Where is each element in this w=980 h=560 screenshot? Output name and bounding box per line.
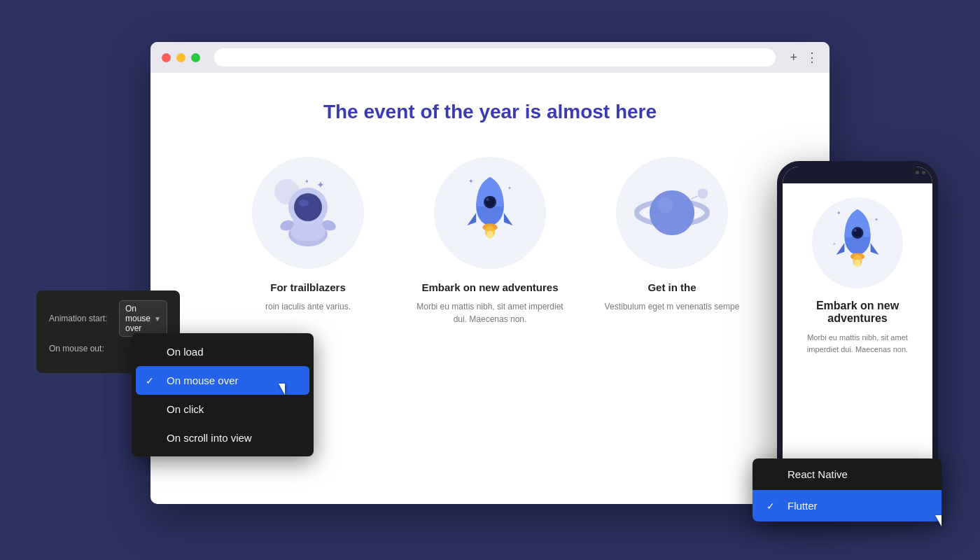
svg-line-26 bbox=[692, 196, 698, 199]
browser-titlebar: + ⋮ bbox=[150, 42, 830, 73]
check-icon-selected: ✓ bbox=[146, 375, 158, 386]
card-text-adventures: Morbi eu mattis nibh, sit amet imperdiet… bbox=[413, 300, 567, 326]
phone-check-icon-selected: ✓ bbox=[766, 500, 779, 512]
new-tab-button[interactable]: + bbox=[790, 51, 797, 64]
svg-text:✦: ✦ bbox=[468, 178, 474, 185]
card-title-planet: Get in the bbox=[648, 281, 696, 293]
svg-point-23 bbox=[650, 190, 694, 235]
page-headline: The event of the year is almost here bbox=[192, 101, 788, 123]
svg-text:✦: ✦ bbox=[832, 241, 836, 246]
card-illustration-rocket: ✦ ✦ · · bbox=[434, 157, 546, 269]
phone-rocket-illustration: ✦ ✦ · ✦ bbox=[812, 197, 903, 288]
svg-point-24 bbox=[658, 197, 673, 213]
svg-text:✦: ✦ bbox=[316, 179, 325, 190]
svg-text:✦: ✦ bbox=[836, 209, 841, 216]
minimize-dot[interactable] bbox=[176, 53, 186, 62]
svg-point-21 bbox=[487, 230, 493, 239]
svg-text:✦: ✦ bbox=[507, 185, 512, 191]
dropdown-item-on-click[interactable]: On click bbox=[132, 395, 314, 424]
dropdown-label-on-mouse-over: On mouse over bbox=[167, 374, 239, 386]
dropdown-item-on-load[interactable]: On load bbox=[132, 337, 314, 366]
animation-start-select[interactable]: On mouse over ▼ bbox=[119, 300, 167, 337]
card-illustration-planet bbox=[616, 157, 728, 269]
phone-notch bbox=[836, 167, 878, 176]
svg-point-7 bbox=[294, 193, 322, 221]
card-text-planet: Vestibulum eget m venenatis sempe bbox=[605, 300, 740, 313]
dropdown-label-on-load: On load bbox=[167, 346, 204, 358]
svg-point-37 bbox=[855, 260, 860, 268]
svg-text:·: · bbox=[463, 206, 465, 211]
svg-text:·: · bbox=[514, 202, 515, 208]
phone-content: ✦ ✦ · ✦ Embark on new adventures Morbi e… bbox=[783, 183, 932, 498]
more-options-button[interactable]: ⋮ bbox=[806, 51, 818, 64]
animation-start-label: Animation start: bbox=[49, 314, 112, 323]
card-title-adventures: Embark on new adventures bbox=[421, 281, 558, 293]
card-text-trailblazers: roin iaculis ante varius. bbox=[265, 300, 351, 313]
phone-dropdown-item-flutter[interactable]: ✓ Flutter bbox=[752, 490, 941, 522]
svg-point-25 bbox=[698, 188, 708, 199]
svg-point-34 bbox=[854, 229, 857, 232]
phone-dropdown-label-flutter: Flutter bbox=[788, 500, 818, 512]
phone-status-dot-2 bbox=[922, 171, 925, 174]
phone-dropdown-menu[interactable]: React Native ✓ Flutter bbox=[752, 458, 941, 522]
browser-actions: + ⋮ bbox=[790, 51, 818, 64]
phone-status-dots bbox=[916, 171, 925, 174]
phone-dropdown-item-react-native[interactable]: React Native bbox=[752, 458, 941, 490]
animation-dropdown-menu[interactable]: On load ✓ On mouse over On click On scro… bbox=[132, 333, 314, 456]
phone-card-title: Embark on new adventures bbox=[794, 300, 921, 325]
card-planet: Get in the Vestibulum eget m venenatis s… bbox=[595, 157, 749, 326]
svg-point-8 bbox=[299, 200, 309, 206]
phone-dropdown-label-react-native: React Native bbox=[788, 468, 848, 480]
dropdown-label-on-scroll: On scroll into view bbox=[167, 432, 252, 444]
select-arrow-icon: ▼ bbox=[154, 315, 161, 323]
dropdown-item-on-mouse-over[interactable]: ✓ On mouse over bbox=[136, 366, 309, 395]
phone-notch-bar bbox=[783, 167, 932, 183]
phone-card-text: Morbi eu mattis nibh, sit amet imperdiet… bbox=[794, 332, 921, 355]
cards-row: ✦ ✦ For trailblaz bbox=[192, 157, 788, 326]
close-dot[interactable] bbox=[162, 53, 171, 62]
card-rocket: ✦ ✦ · · bbox=[413, 157, 567, 326]
dropdown-label-on-click: On click bbox=[167, 403, 204, 415]
svg-text:✦: ✦ bbox=[304, 178, 309, 185]
animation-start-value: On mouse over bbox=[125, 304, 154, 333]
card-astronaut: ✦ ✦ For trailblaz bbox=[231, 157, 385, 326]
mouse-out-label: On mouse out: bbox=[49, 344, 112, 354]
phone-status-dot-1 bbox=[916, 171, 919, 174]
card-title-trailblazers: For trailblazers bbox=[270, 281, 346, 293]
card-illustration-astronaut: ✦ ✦ bbox=[252, 157, 364, 269]
animation-start-row: Animation start: On mouse over ▼ bbox=[49, 300, 167, 337]
phone-frame: ✦ ✦ · ✦ Embark on new adventures Morbi e… bbox=[777, 161, 938, 504]
browser-content: The event of the year is almost here ✦ ✦ bbox=[150, 73, 830, 354]
dropdown-item-on-scroll[interactable]: On scroll into view bbox=[132, 424, 314, 452]
svg-text:·: · bbox=[880, 233, 881, 238]
svg-text:✦: ✦ bbox=[874, 217, 878, 222]
svg-point-18 bbox=[486, 198, 489, 202]
maximize-dot[interactable] bbox=[191, 53, 200, 62]
url-bar[interactable] bbox=[214, 48, 776, 66]
